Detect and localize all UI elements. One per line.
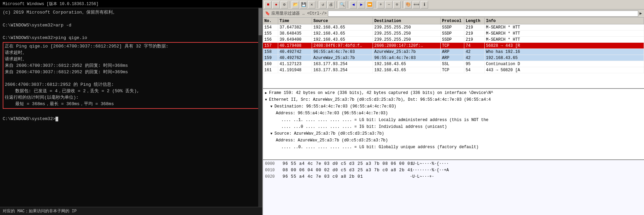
cell-dst: 2606:2800:147:120f:…: [373, 43, 441, 48]
sep6: [402, 1, 403, 8]
hex-bytes: 96 55 a4 4c 7e 03 d0 c5 d3 25 a3 7b 08 0…: [283, 161, 404, 167]
cmd-blank1: [3, 16, 260, 22]
cell-dst: AzureWav_25:a3:7b: [373, 49, 441, 55]
cell-proto: TCP: [441, 67, 464, 73]
ws-packet-list: No. Time Source Destination Protocol Len…: [263, 18, 644, 89]
cmd-copyright: (c) 2019 Microsoft Corporation。保留所有权利。: [3, 9, 260, 16]
cell-len: 219: [464, 37, 485, 42]
cell-src: 192.168.43.65: [312, 24, 373, 30]
stop-button[interactable]: ■: [264, 1, 272, 8]
cmd-scrollbar[interactable]: [258, 7, 262, 215]
wireshark-panel: ■ ● ⚙ 📂 💾 ✕ ↺ 🖨 🔍 ◀ ▶ ⏩ + − ⊙ 🎨 ⟺ ℹ 🔖 应用…: [262, 0, 644, 215]
cell-len: 74: [464, 43, 485, 48]
table-row[interactable]: 160 41.127123 163.177.93.254 192.168.43.…: [263, 61, 644, 67]
packet-rows: 154 37.647382 192.168.43.65 239.255.255.…: [263, 24, 644, 88]
resize-button[interactable]: ⟺: [413, 1, 420, 8]
cell-dst: 96:55:a4:4c:7e:03: [373, 55, 441, 61]
table-row[interactable]: 158 40.492742 96:55:a4:4c:7e:03 AzureWav…: [263, 49, 644, 55]
cell-no: 159: [263, 55, 278, 61]
cmd-prompt1: C:\WINDOWS\system32>arp -d: [3, 22, 260, 29]
colorize-button[interactable]: 🎨: [404, 1, 412, 8]
print-button[interactable]: 🖨: [327, 1, 335, 8]
packet-list-header: No. Time Source Destination Protocol Len…: [263, 18, 644, 24]
cell-len: 219: [464, 24, 485, 30]
cmd-title: Microsoft Windows [版本 10.0.18363.1256]: [3, 2, 98, 6]
detail-row[interactable]: Frame 159: 42 bytes on wire (336 bits), …: [263, 90, 644, 96]
detail-row: Address: AzureWav_25:a3:7b (d0:c5:d3:25:…: [263, 137, 644, 144]
cmd-scrollbar-thumb[interactable]: [259, 8, 262, 35]
next-button[interactable]: ▶: [358, 1, 365, 8]
detail-row: Address: 96:55:a4:4c:7e:03 (96:55:a4:4c:…: [263, 110, 644, 117]
cmd-reply1: 来自 2606:4700:3037::6812:2952 的回复: 时间=368…: [5, 63, 258, 69]
cell-proto: SSL: [441, 61, 464, 67]
prev-button[interactable]: ◀: [350, 1, 357, 8]
detail-row[interactable]: Destination: 96:55:a4:4c:7e:03 (96:55:a4…: [263, 103, 644, 110]
cmd-reply2: 来自 2606:4700:3037::6812:2952 的回复: 时间=369…: [5, 69, 258, 76]
header-source: Source: [312, 18, 373, 24]
table-row[interactable]: 161 41.191948 163.177.93.254 192.168.43.…: [263, 67, 644, 73]
cell-proto: SSDP: [441, 31, 464, 36]
table-row[interactable]: 155 38.648435 192.168.43.65 239.255.255.…: [263, 31, 644, 37]
table-row[interactable]: 156 39.649400 192.168.43.65 239.255.255.…: [263, 37, 644, 43]
cell-no: 161: [263, 67, 278, 73]
cell-no: 158: [263, 49, 278, 55]
save-button[interactable]: 💾: [300, 1, 307, 8]
detail-row[interactable]: Source: AzureWav_25:a3:7b (d0:c5:d3:25:a…: [263, 130, 644, 137]
open-button[interactable]: ⚙: [281, 1, 288, 8]
cmd-stats-header: 2606:4700:3037::6812:2952 的 Ping 统计信息:: [5, 82, 258, 88]
hex-bytes: 08 00 06 04 00 02 d0 c5 d3 25 a3 7b c0 a…: [283, 167, 404, 174]
cell-info: M-SEARCH * HTT: [485, 37, 644, 42]
hex-row: 0010 08 00 06 04 00 02 d0 c5 d3 25 a3 7b…: [265, 167, 642, 174]
cell-proto: ARP: [441, 55, 464, 61]
detail-row[interactable]: Ethernet II, Src: AzureWav_25:a3:7b (d0:…: [263, 96, 644, 103]
header-protocol: Protocol: [441, 18, 464, 24]
hex-offset: 0020: [265, 174, 277, 180]
table-row[interactable]: 154 37.647382 192.168.43.65 239.255.255.…: [263, 24, 644, 31]
cell-time: 40.492762: [278, 55, 312, 61]
cell-len: 54: [464, 67, 485, 73]
header-time: Time: [278, 18, 312, 24]
hex-row: 0000 96 55 a4 4c 7e 03 d0 c5 d3 25 a3 7b…: [265, 161, 642, 167]
hex-ascii: ·········%·{··+A: [410, 167, 449, 174]
restart-button[interactable]: ●: [272, 1, 280, 8]
cmd-blank3: [5, 75, 258, 82]
go-button[interactable]: ⏩: [366, 1, 373, 8]
hex-bytes: 96 55 a4 4c 7e 03 c0 a8 2b 01: [283, 174, 404, 180]
filter-input[interactable]: [328, 11, 638, 17]
cmd-cursor: [55, 117, 58, 121]
file-open-button[interactable]: 📂: [292, 1, 299, 8]
cell-src: 2408:84f6:97:4bfd:f…: [312, 43, 373, 48]
filter-label: 应用显示过滤器 … <Ctrl-/>: [271, 11, 327, 16]
table-row[interactable]: 159 40.492762 AzureWav_25:a3:7b 96:55:a4…: [263, 55, 644, 61]
cell-src: 163.177.93.254: [312, 61, 373, 67]
cmd-stats-rtt: 最短 = 368ms，最长 = 369ms，平均 = 368ms: [5, 101, 258, 108]
cmd-blank4: [3, 110, 260, 116]
hex-offset: 0000: [265, 161, 277, 167]
cmd-stats-rtt-header: 往返行程的估计时间(以毫秒为单位):: [5, 95, 258, 101]
detail-row: .... ..0. .... .... .... .... = LG bit: …: [263, 144, 644, 151]
cell-time: 41.191948: [278, 67, 312, 73]
cell-dst: 192.168.43.65: [373, 67, 441, 73]
cell-dst: 239.255.255.250: [373, 37, 441, 42]
cmd-timeout1: 请求超时。: [5, 50, 258, 56]
zoom-out-button[interactable]: −: [385, 1, 393, 8]
cmd-prompt2: C:\WINDOWS\system32>ping qige.io: [3, 35, 260, 41]
cell-no: 160: [263, 61, 278, 67]
cell-time: 40.179408: [278, 43, 312, 48]
cell-info: M-SEARCH * HTT: [485, 24, 644, 30]
info-button[interactable]: ℹ: [421, 1, 428, 8]
cmd-stats-packets: 数据包: 已发送 = 4，已接收 = 2，丢失 = 2 (50% 丢失),: [5, 88, 258, 95]
cell-len: 42: [464, 55, 485, 61]
table-row[interactable]: 157 40.179408 2408:84f6:97:4bfd:f… 2606:…: [263, 43, 644, 49]
cell-no: 156: [263, 37, 278, 42]
cmd-timeout2: 请求超时。: [5, 56, 258, 63]
zoom-in-button[interactable]: +: [377, 1, 384, 8]
cell-src: 192.168.43.65: [312, 37, 373, 42]
sep1: [290, 1, 290, 8]
cell-info: Continuation D: [485, 61, 644, 67]
zoom-reset-button[interactable]: ⊙: [393, 1, 401, 8]
close-button[interactable]: ✕: [308, 1, 315, 8]
reload-button[interactable]: ↺: [319, 1, 327, 8]
search-button[interactable]: 🔍: [338, 1, 346, 8]
header-destination: Destination: [373, 18, 441, 24]
